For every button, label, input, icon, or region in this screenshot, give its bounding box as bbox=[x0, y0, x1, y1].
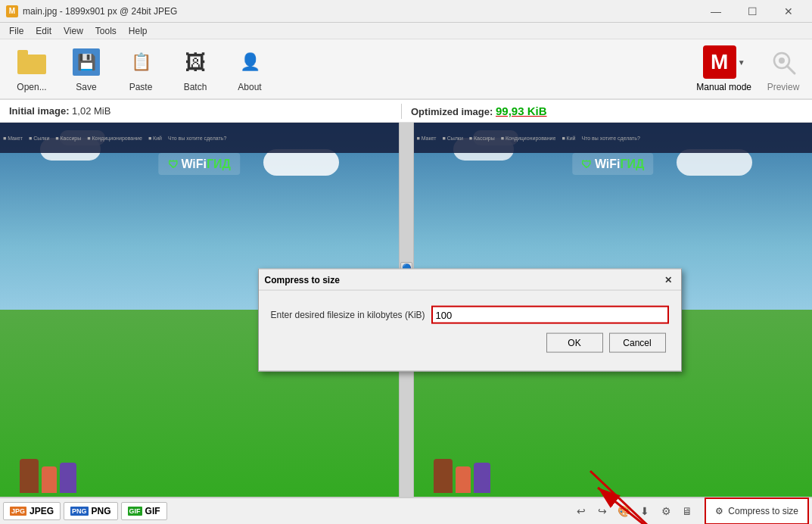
menu-help[interactable]: Help bbox=[123, 24, 154, 38]
preview-label: Preview bbox=[767, 82, 800, 92]
png-label: PNG bbox=[92, 506, 111, 516]
dialog-buttons: OK Cancel bbox=[271, 333, 669, 356]
gif-label: GIF bbox=[145, 506, 160, 516]
batch-icon: 🖼 bbox=[179, 45, 212, 79]
dialog-titlebar: Compress to size ✕ bbox=[259, 270, 681, 291]
person-icon: 👤 bbox=[236, 48, 263, 76]
optimized-image-info: Optimized image: 99,93 KiB bbox=[402, 104, 803, 117]
paste-icon: 📋 bbox=[124, 45, 157, 79]
minimize-button[interactable]: — bbox=[698, 0, 733, 23]
toolbar: Open... 💾 Save 📋 Paste 🖼 Batch 👤 About M… bbox=[0, 39, 812, 100]
svg-point-2 bbox=[779, 58, 785, 64]
jpeg-label: JPEG bbox=[30, 506, 54, 516]
paste-button[interactable]: 📋 Paste bbox=[115, 42, 166, 95]
dialog-close-button[interactable]: ✕ bbox=[661, 273, 675, 286]
save-icon: 💾 bbox=[70, 45, 103, 79]
compress-to-size-dialog: Compress to size ✕ Enter desired filesiz… bbox=[258, 269, 682, 372]
window-title: main.jpg - 1899x901 px @ 24bit JPEG bbox=[23, 6, 177, 17]
dialog-body: Enter desired filesize in kilobytes (KiB… bbox=[259, 291, 681, 371]
dialog-label: Enter desired filesize in kilobytes (KiB… bbox=[271, 310, 425, 320]
dialog-ok-button[interactable]: OK bbox=[546, 333, 603, 353]
menu-file[interactable]: File bbox=[3, 24, 30, 38]
about-button[interactable]: 👤 About bbox=[224, 42, 275, 95]
redo-button[interactable]: ↪ bbox=[594, 503, 611, 519]
svg-line-1 bbox=[787, 66, 795, 73]
dialog-overlay: Compress to size ✕ Enter desired filesiz… bbox=[0, 123, 812, 497]
menu-view[interactable]: View bbox=[58, 24, 89, 38]
clipboard-icon: 📋 bbox=[127, 48, 154, 76]
open-button[interactable]: Open... bbox=[6, 42, 58, 95]
bottombar: JPG JPEG PNG PNG GIF GIF ↩ ↪ 🎨 ⬇ ⚙ 🖥 ⚙ C… bbox=[0, 497, 812, 524]
info-btn[interactable]: 🖥 bbox=[679, 503, 695, 519]
png-badge: PNG bbox=[70, 507, 89, 516]
dialog-title: Compress to size bbox=[265, 274, 340, 285]
folder-icon bbox=[17, 50, 46, 74]
compress-to-size-button[interactable]: ⚙ Compress to size bbox=[705, 497, 809, 524]
png-button[interactable]: PNG PNG bbox=[64, 502, 118, 520]
preview-button[interactable]: Preview bbox=[761, 42, 806, 95]
floppy-icon: 💾 bbox=[73, 48, 100, 76]
window-controls: — ☐ ✕ bbox=[698, 0, 806, 23]
main-area: ■ Макет ■ Сылки ■ Кассиры ■ Кондициониро… bbox=[0, 123, 812, 497]
titlebar: M main.jpg - 1899x901 px @ 24bit JPEG — … bbox=[0, 0, 812, 23]
open-icon bbox=[15, 45, 48, 79]
download-btn[interactable]: ⬇ bbox=[636, 503, 653, 519]
preview-icon bbox=[767, 45, 800, 79]
menu-tools[interactable]: Tools bbox=[89, 24, 123, 38]
batch-label: Batch bbox=[184, 82, 207, 92]
manual-mode-button[interactable]: M ▼ Manual mode bbox=[690, 42, 758, 95]
jpeg-button[interactable]: JPG JPEG bbox=[3, 502, 61, 520]
initial-label: Initial image: bbox=[9, 105, 69, 117]
save-label: Save bbox=[76, 82, 96, 92]
filesize-input[interactable] bbox=[431, 306, 669, 324]
menubar: File Edit View Tools Help bbox=[0, 23, 812, 39]
compress-icon: ⚙ bbox=[715, 506, 723, 516]
dialog-cancel-button[interactable]: Cancel bbox=[609, 333, 666, 353]
infobar: Initial image: 1,02 MiB Optimized image:… bbox=[0, 100, 812, 123]
bottom-icon-group: ↩ ↪ 🎨 ⬇ ⚙ 🖥 bbox=[573, 503, 695, 519]
dropdown-arrow: ▼ bbox=[738, 58, 745, 67]
manual-mode-icon-group: M ▼ bbox=[703, 45, 745, 79]
manual-mode-label: Manual mode bbox=[696, 82, 751, 92]
optimized-size: 99,93 KiB bbox=[496, 104, 547, 117]
settings-btn[interactable]: ⚙ bbox=[658, 503, 674, 519]
open-label: Open... bbox=[17, 82, 46, 92]
jpeg-badge: JPG bbox=[10, 507, 26, 516]
color-btn[interactable]: 🎨 bbox=[615, 503, 632, 519]
about-label: About bbox=[238, 82, 261, 92]
compress-label: Compress to size bbox=[728, 506, 798, 516]
app-icon: M bbox=[6, 5, 18, 17]
maximize-button[interactable]: ☐ bbox=[735, 0, 770, 23]
close-button[interactable]: ✕ bbox=[771, 0, 806, 23]
gif-badge: GIF bbox=[128, 507, 142, 516]
paste-label: Paste bbox=[129, 82, 153, 92]
batch-button[interactable]: 🖼 Batch bbox=[170, 42, 221, 95]
about-icon: 👤 bbox=[233, 45, 266, 79]
save-button[interactable]: 💾 Save bbox=[61, 42, 112, 95]
m-badge: M bbox=[703, 45, 736, 79]
menu-edit[interactable]: Edit bbox=[30, 24, 58, 38]
dialog-input-row: Enter desired filesize in kilobytes (KiB… bbox=[271, 306, 669, 324]
initial-size: 1,02 MiB bbox=[72, 105, 110, 117]
undo-button[interactable]: ↩ bbox=[573, 503, 590, 519]
gif-button[interactable]: GIF GIF bbox=[121, 502, 167, 520]
titlebar-left: M main.jpg - 1899x901 px @ 24bit JPEG bbox=[6, 5, 177, 17]
optimized-label: Optimized image: bbox=[411, 106, 493, 117]
initial-image-info: Initial image: 1,02 MiB bbox=[9, 105, 401, 117]
